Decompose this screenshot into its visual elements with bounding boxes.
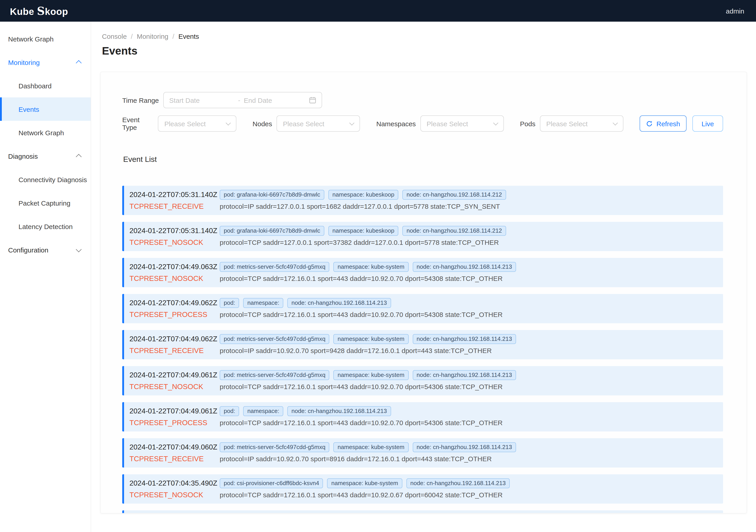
sidebar-item-diagnosis[interactable]: Diagnosis (0, 144, 91, 168)
event-tag: namespace: (243, 298, 284, 308)
nodes-select[interactable]: Please Select (277, 115, 360, 132)
event-timestamp: 2024-01-22T07:04:49.061Z (129, 406, 220, 417)
event-timestamp: 2024-01-22T07:04:49.062Z (129, 297, 220, 308)
chevron-down-icon (226, 120, 231, 126)
filter-label: Namespaces (376, 120, 416, 127)
pods-select[interactable]: Please Select (540, 115, 623, 132)
breadcrumb-item: Events (178, 33, 199, 40)
filter-event-type: Event TypePlease Select (122, 115, 236, 132)
event-tag: node: cn-hangzhou.192.168.114.212 (402, 226, 506, 236)
event-tags: pod:namespace:node: cn-hangzhou.192.168.… (220, 406, 716, 417)
event-tag: namespace: kube-system (327, 478, 402, 488)
start-date-input[interactable] (169, 96, 234, 104)
live-label: Live (701, 120, 714, 127)
main-content: Console/Monitoring/Events Events Time Ra… (91, 22, 756, 532)
event-detail: protocol=TCP saddr=172.16.0.1 sport=443 … (220, 418, 716, 428)
event-row: 2024-01-22T07:04:35.490Z pod: csi-provis… (122, 474, 723, 504)
event-timestamp: 2024-01-22T07:05:31.140Z (129, 190, 220, 200)
refresh-icon (646, 120, 653, 127)
event-tag: namespace: kube-system (334, 262, 408, 272)
event-timestamp: 2024-01-22T07:05:31.140Z (129, 225, 220, 236)
event-tags: pod: metrics-server-5cfc497cdd-g5mxqname… (220, 370, 716, 381)
filter-label: Event Type (122, 116, 153, 131)
sidebar-item-label: Dashboard (18, 82, 52, 89)
time-range-picker[interactable]: - (163, 92, 322, 108)
sidebar-item-dashboard[interactable]: Dashboard (0, 74, 91, 97)
event-tags: pod: metrics-server-5cfc497cdd-g5mxqname… (220, 262, 716, 272)
sidebar-item-network-graph[interactable]: Network Graph (0, 121, 91, 144)
event-tag: pod: csi-provisioner-c6dff6bdc-ksvn4 (220, 478, 323, 488)
calendar-icon[interactable] (309, 96, 316, 104)
app-root: Kube Skoop admin Network GraphMonitoring… (0, 0, 756, 532)
event-tag: pod: metrics-server-5cfc497cdd-g5mxq (220, 334, 330, 344)
breadcrumb-item[interactable]: Monitoring (137, 33, 168, 40)
event-tag: node: cn-hangzhou.192.168.114.213 (413, 442, 516, 452)
sidebar-menu: Network GraphMonitoringDashboardEventsNe… (0, 27, 91, 262)
chevron-up-icon (76, 60, 81, 65)
event-tag: pod: grafana-loki-6697c7b8d9-dmwlc (220, 226, 324, 236)
brand-skoop-rest: koop (45, 6, 68, 16)
select-filters-row: Event TypePlease SelectNodesPlease Selec… (122, 115, 723, 132)
breadcrumb-item[interactable]: Console (102, 33, 127, 40)
event-tag: pod: (220, 298, 239, 308)
sidebar-item-label: Network Graph (8, 35, 54, 42)
event-row: 2024-01-22T07:04:49.062Z pod: metrics-se… (122, 330, 723, 359)
sidebar-item-label: Latency Detection (18, 222, 73, 230)
brand-kube: Kube (10, 6, 34, 16)
event-tag: namespace: kubeskoop (328, 226, 398, 236)
event-tag: node: cn-hangzhou.192.168.114.213 (413, 262, 516, 272)
event-timestamp: 2024-01-22T07:04:49.063Z (129, 262, 220, 272)
sidebar-item-label: Events (18, 105, 39, 113)
event-detail: protocol=IP saddr=10.92.0.70 sport=9428 … (220, 346, 716, 356)
event-tag: node: cn-hangzhou.192.168.114.212 (402, 190, 506, 200)
sidebar-item-network-graph[interactable]: Network Graph (0, 27, 91, 50)
event-row: 2024-01-22T07:05:31.140Z pod: grafana-lo… (122, 186, 723, 215)
breadcrumb-separator: / (131, 33, 133, 40)
refresh-button[interactable]: Refresh (640, 115, 687, 132)
event-type: TCPRESET_NOSOCK (129, 274, 220, 284)
select-placeholder: Please Select (546, 120, 587, 127)
event-tag: pod: grafana-loki-6697c7b8d9-dmwlc (220, 190, 324, 200)
sidebar-item-label: Packet Capturing (18, 199, 70, 207)
sidebar-item-events[interactable]: Events (0, 97, 91, 121)
event-type-select[interactable]: Please Select (158, 115, 236, 132)
event-detail: protocol=IP saddr=127.0.0.1 sport=1682 d… (220, 202, 716, 212)
event-detail: protocol=TCP saddr=172.16.0.1 sport=443 … (220, 382, 716, 392)
event-type: TCPRESET_RECEIVE (129, 454, 220, 464)
event-type: TCPRESET_NOSOCK (129, 238, 220, 247)
app-shell: Network GraphMonitoringDashboardEventsNe… (0, 22, 756, 532)
event-type: TCPRESET_RECEIVE (129, 346, 220, 356)
chevron-down-icon (349, 120, 355, 126)
end-date-input[interactable] (244, 96, 309, 104)
namespaces-select[interactable]: Please Select (420, 115, 504, 132)
filter-label: Nodes (253, 120, 272, 127)
brand-logo[interactable]: Kube Skoop (10, 4, 68, 17)
live-button[interactable]: Live (692, 115, 723, 132)
event-detail: protocol=TCP saddr=172.16.0.1 sport=443 … (220, 490, 716, 500)
event-row: 2024-01-22T07:04:49.062Z pod:namespace:n… (122, 294, 723, 323)
sidebar-item-packet-capturing[interactable]: Packet Capturing (0, 191, 91, 215)
event-detail: protocol=TCP saddr=172.16.0.1 sport=443 … (220, 274, 716, 284)
sidebar-item-configuration[interactable]: Configuration (0, 238, 91, 262)
app-header: Kube Skoop admin (0, 0, 756, 22)
filter-nodes: NodesPlease Select (253, 115, 360, 132)
select-placeholder: Please Select (427, 120, 468, 127)
sidebar-item-latency-detection[interactable]: Latency Detection (0, 215, 91, 238)
chevron-down-icon (613, 120, 618, 126)
breadcrumb-separator: / (173, 33, 174, 40)
event-tag: namespace: kube-system (334, 442, 408, 452)
time-range-label: Time Range (122, 96, 159, 104)
sidebar-item-monitoring[interactable]: Monitoring (0, 50, 91, 74)
chevron-up-icon (76, 154, 81, 159)
event-tag: pod: metrics-server-5cfc497cdd-g5mxq (220, 442, 330, 452)
event-tag: namespace: kube-system (334, 370, 408, 380)
event-tags: pod: metrics-server-5cfc497cdd-g5mxqname… (220, 334, 716, 344)
event-tag: pod: metrics-server-5cfc497cdd-g5mxq (220, 370, 330, 380)
sidebar-item-connectivity-diagnosis[interactable]: Connectivity Diagnosis (0, 168, 91, 191)
event-list: 2024-01-22T07:05:31.140Z pod: grafana-lo… (122, 186, 723, 514)
event-row: 2024-01-22T07:04:49.060Z pod: metrics-se… (122, 438, 723, 468)
sidebar-item-label: Connectivity Diagnosis (18, 176, 87, 183)
user-menu[interactable]: admin (726, 7, 744, 15)
event-timestamp: 2024-01-22T07:04:49.062Z (129, 334, 220, 344)
event-type: TCPRESET_NOSOCK (129, 382, 220, 392)
